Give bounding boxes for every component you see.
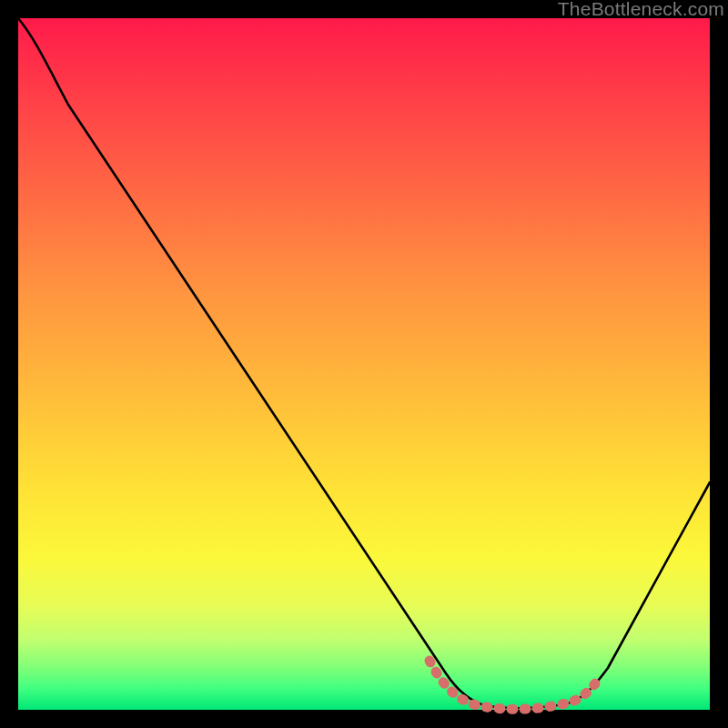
watermark-text: TheBottleneck.com bbox=[558, 0, 724, 20]
bottleneck-curve bbox=[18, 18, 710, 708]
bottleneck-curve-plot bbox=[18, 18, 710, 710]
chart-frame bbox=[18, 18, 710, 710]
